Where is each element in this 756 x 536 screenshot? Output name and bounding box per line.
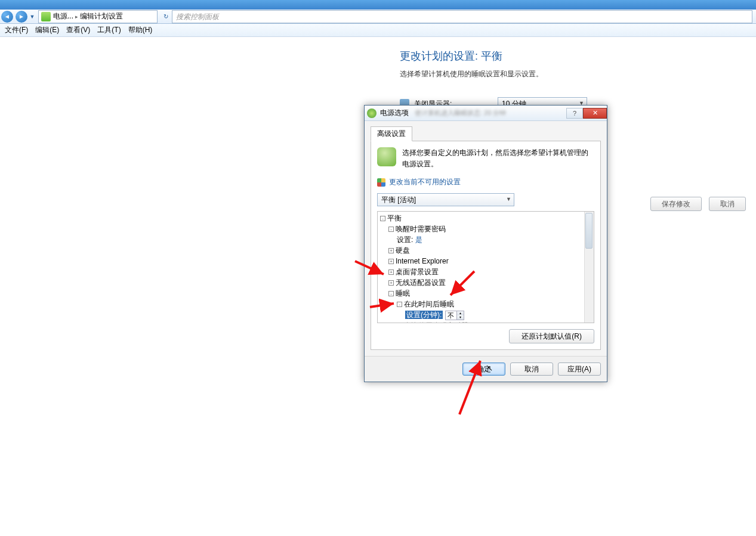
page-title: 更改计划的设置: 平衡 [400, 49, 756, 63]
restore-defaults-button[interactable]: 还原计划默认值(R) [509, 329, 594, 343]
explorer-navbar: ◄ ► ▼ 电源... ▸ 编辑计划设置 ↻ 搜索控制面板 [0, 10, 756, 24]
tree-root[interactable]: -平衡 [380, 213, 591, 224]
expand-icon[interactable]: + [388, 280, 394, 286]
tree-sleep-after[interactable]: -在此时间后睡眠 [380, 299, 591, 309]
tab-pane: 选择您要自定义的电源计划，然后选择您希望计算机管理的电源设置。 更改当前不可用的… [371, 141, 601, 350]
refresh-button[interactable]: ↻ [160, 13, 172, 20]
plan-combo[interactable]: 平衡 [活动] ▼ [377, 193, 514, 206]
shield-link-text: 更改当前不可用的设置 [389, 177, 461, 187]
window-titlebar [0, 0, 756, 10]
cancel-button[interactable]: 取消 [709, 197, 746, 211]
setting-label: 设置: [397, 236, 413, 244]
expand-icon[interactable]: + [388, 269, 394, 275]
tree-desktop-bg[interactable]: +桌面背景设置 [380, 267, 591, 277]
power-options-dialog: 电源选项 使计算机进入睡眠状态: 20 分钟 ? ✕ 高级设置 选择您要自定义的… [364, 105, 607, 382]
tree-hdd[interactable]: +硬盘 [380, 245, 591, 256]
tree-wireless[interactable]: +无线适配器设置 [380, 277, 591, 288]
spinner-down-icon[interactable]: ▾ [456, 315, 464, 320]
dialog-footer: 确定 ↖ 取消 应用(A) [365, 356, 607, 382]
blurred-background-text: 使计算机进入睡眠状态: 20 分钟 [415, 109, 566, 117]
collapse-icon[interactable]: - [380, 216, 385, 221]
tree-wake-password[interactable]: -唤醒时需要密码 [380, 224, 591, 234]
chevron-down-icon: ▼ [506, 196, 511, 202]
power-icon [367, 109, 377, 118]
dialog-description: 选择您要自定义的电源计划，然后选择您希望计算机管理的电源设置。 [402, 147, 594, 170]
menu-help[interactable]: 帮助(H) [125, 24, 156, 36]
collapse-icon[interactable]: - [388, 227, 394, 232]
expand-icon[interactable]: + [388, 248, 394, 253]
tree-sleep[interactable]: -睡眠 [380, 288, 591, 299]
dialog-title: 电源选项 [380, 108, 409, 118]
help-button[interactable]: ? [566, 108, 583, 119]
save-button[interactable]: 保存修改 [650, 197, 702, 211]
expand-icon[interactable]: + [388, 259, 394, 264]
tab-advanced[interactable]: 高级设置 [371, 126, 412, 141]
tree-sleep-setting[interactable]: 设置(分钟): 不 ▴ ▾ [380, 309, 591, 320]
nav-history-dropdown[interactable]: ▼ [29, 14, 36, 20]
tabstrip: 高级设置 [371, 126, 601, 141]
breadcrumb[interactable]: 电源... ▸ 编辑计划设置 [38, 10, 158, 23]
tree-ie[interactable]: +Internet Explorer [380, 256, 591, 267]
battery-leaf-icon [377, 147, 396, 166]
collapse-icon[interactable]: - [397, 302, 402, 307]
close-button[interactable]: ✕ [583, 108, 607, 119]
menu-view[interactable]: 查看(V) [63, 24, 94, 36]
tree-wake-password-setting[interactable]: 设置: 是 [380, 234, 591, 245]
dialog-cancel-button[interactable]: 取消 [510, 363, 553, 376]
page-subtitle: 选择希望计算机使用的睡眠设置和显示设置。 [400, 69, 756, 79]
nav-back-button[interactable]: ◄ [1, 11, 13, 23]
change-unavailable-link[interactable]: 更改当前不可用的设置 [377, 177, 594, 187]
setting-value: 是 [415, 236, 422, 244]
breadcrumb-root[interactable]: 电源... [53, 11, 73, 21]
menu-file[interactable]: 文件(F) [1, 24, 32, 36]
setting-label-selected: 设置(分钟): [405, 311, 443, 319]
spinner-value[interactable]: 不 [446, 311, 456, 320]
scrollbar-thumb[interactable] [585, 213, 593, 249]
settings-tree: -平衡 -唤醒时需要密码 设置: 是 +硬盘 +Internet Explore… [377, 211, 594, 323]
search-input[interactable]: 搜索控制面板 [172, 10, 752, 23]
plan-combo-value: 平衡 [活动] [381, 196, 416, 204]
minutes-spinner[interactable]: 不 ▴ ▾ [445, 311, 464, 320]
cursor-icon: ↖ [487, 364, 493, 373]
control-panel-icon [41, 12, 51, 21]
ok-button[interactable]: 确定 ↖ [462, 363, 505, 376]
breadcrumb-separator-icon: ▸ [75, 14, 78, 20]
spinner-up-icon[interactable]: ▴ [456, 311, 464, 315]
nav-forward-button[interactable]: ► [16, 11, 27, 23]
breadcrumb-current[interactable]: 编辑计划设置 [80, 11, 123, 21]
uac-shield-icon [377, 178, 385, 187]
collapse-icon[interactable]: - [388, 291, 394, 296]
dialog-titlebar[interactable]: 电源选项 使计算机进入睡眠状态: 20 分钟 ? ✕ [365, 106, 607, 121]
apply-button[interactable]: 应用(A) [558, 363, 601, 376]
menubar: 文件(F) 编辑(E) 查看(V) 工具(T) 帮助(H) [0, 24, 756, 37]
menu-edit[interactable]: 编辑(E) [32, 24, 63, 36]
tree-allow-wake-timer[interactable]: +允许使用唤醒定时器 [380, 320, 591, 323]
menu-tools[interactable]: 工具(T) [94, 24, 124, 36]
tree-scrollbar[interactable] [584, 212, 594, 323]
